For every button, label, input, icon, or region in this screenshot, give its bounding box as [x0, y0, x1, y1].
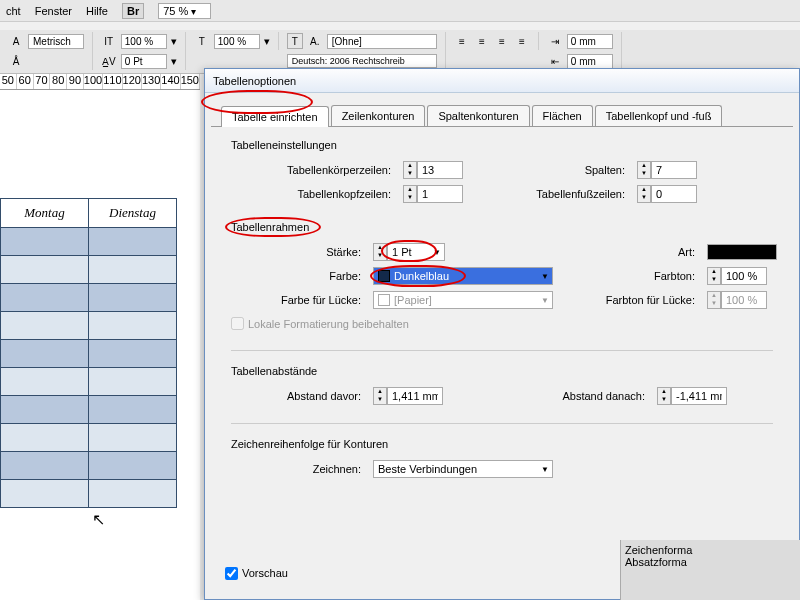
table-header[interactable]: Dienstag [89, 199, 177, 228]
section-title: Tabellenabstände [231, 365, 317, 377]
cols-label: Spalten: [485, 164, 625, 176]
bridge-icon[interactable]: Br [122, 3, 144, 19]
draw-label: Zeichnen: [231, 463, 361, 475]
align-left-icon[interactable]: ≡ [454, 33, 470, 49]
color-swatch [378, 270, 390, 282]
chevron-down-icon: ▼ [433, 248, 441, 257]
foot-rows-input[interactable] [651, 185, 697, 203]
indent-right-icon: ⇤ [547, 53, 563, 69]
vscale-input[interactable]: 100 % [214, 34, 260, 49]
language-select[interactable]: Deutsch: 2006 Rechtschreib [287, 54, 437, 68]
kerning-input[interactable]: 0 Pt [121, 54, 167, 69]
color-select[interactable]: Dunkelblau▼ [373, 267, 553, 285]
space-after-spinner[interactable]: ▲▼ [657, 387, 671, 405]
draw-select[interactable]: Beste Verbindungen▼ [373, 460, 553, 478]
body-rows-label: Tabellenkörperzeilen: [231, 164, 391, 176]
gap-tint-spinner: ▲▼ [707, 291, 721, 309]
section-settings: Tabelleneinstellungen Tabellenkörperzeil… [231, 139, 773, 203]
section-stroke-order: Zeichenreihenfolge für Konturen Zeichnen… [231, 438, 773, 478]
panel-label[interactable]: Absatzforma [625, 556, 796, 568]
section-title: Zeichenreihenfolge für Konturen [231, 438, 388, 450]
tint-input[interactable] [721, 267, 767, 285]
indent-right[interactable]: 0 mm [567, 54, 613, 69]
foot-rows-spinner[interactable]: ▲▼ [637, 185, 651, 203]
align-center-icon[interactable]: ≡ [474, 33, 490, 49]
menu-item[interactable]: cht [6, 5, 21, 17]
tab-fills[interactable]: Flächen [532, 105, 593, 126]
type-icon: A [8, 33, 24, 49]
space-after-input[interactable] [671, 387, 727, 405]
menu-item-help[interactable]: Hilfe [86, 5, 108, 17]
gap-color-select[interactable]: [Papier]▼ [373, 291, 553, 309]
section-border: Tabellenrahmen Stärke: ▲▼1 Pt▼ Art: Farb… [231, 221, 773, 332]
chevron-down-icon: ▼ [541, 272, 549, 281]
zoom-select[interactable]: 75 % ▾ [158, 3, 211, 19]
head-rows-input[interactable] [417, 185, 463, 203]
gap-color-label: Farbe für Lücke: [231, 294, 361, 306]
tab-col-strokes[interactable]: Spaltenkonturen [427, 105, 529, 126]
tint-label: Farbton: [575, 270, 695, 282]
type-label: Art: [575, 246, 695, 258]
weight-select[interactable]: 1 Pt▼ [387, 243, 445, 261]
indent-left[interactable]: 0 mm [567, 34, 613, 49]
char-style-icon: A. [307, 33, 323, 49]
dialog-tabstrip: Tabelle einrichten Zeilenkonturen Spalte… [205, 93, 799, 126]
bold-icon[interactable]: T [287, 33, 303, 49]
weight-spinner[interactable]: ▲▼ [373, 243, 387, 261]
vscale-icon: T [194, 33, 210, 49]
space-before-spinner[interactable]: ▲▼ [373, 387, 387, 405]
tab-row-strokes[interactable]: Zeilenkonturen [331, 105, 426, 126]
kerning-icon: A̲V [101, 53, 117, 69]
preserve-local-checkbox[interactable]: Lokale Formatierung beibehalten [231, 317, 409, 330]
section-title: Tabellenrahmen [231, 221, 309, 233]
head-rows-label: Tabellenkopfzeilen: [231, 188, 391, 200]
char-style-select[interactable]: [Ohne] [327, 34, 437, 49]
section-title: Tabelleneinstellungen [231, 139, 337, 151]
panel-label[interactable]: Zeichenforma [625, 544, 796, 556]
cols-spinner[interactable]: ▲▼ [637, 161, 651, 179]
menu-item-window[interactable]: Fenster [35, 5, 72, 17]
head-rows-spinner[interactable]: ▲▼ [403, 185, 417, 203]
table-header[interactable]: Montag [1, 199, 89, 228]
table-options-dialog: Tabellenoptionen Tabelle einrichten Zeil… [204, 68, 800, 600]
horizontal-ruler: 5060708090100110120130140150 [0, 74, 200, 90]
body-rows-spinner[interactable]: ▲▼ [403, 161, 417, 179]
section-spacing: Tabellenabstände Abstand davor: ▲▼ Absta… [231, 365, 773, 405]
stroke-type-select[interactable] [707, 244, 777, 260]
align-justify-icon[interactable]: ≡ [514, 33, 530, 49]
tint-spinner[interactable]: ▲▼ [707, 267, 721, 285]
gap-tint-input [721, 291, 767, 309]
color-swatch [378, 294, 390, 306]
foot-rows-label: Tabellenfußzeilen: [485, 188, 625, 200]
indent-left-icon: ⇥ [547, 33, 563, 49]
chevron-down-icon: ▼ [541, 296, 549, 305]
align-right-icon[interactable]: ≡ [494, 33, 510, 49]
document-area: MontagDienstag [0, 90, 200, 600]
tab-header-footer[interactable]: Tabellenkopf und -fuß [595, 105, 723, 126]
document-table[interactable]: MontagDienstag [0, 198, 177, 508]
space-before-label: Abstand davor: [231, 390, 361, 402]
body-rows-input[interactable] [417, 161, 463, 179]
gap-tint-label: Farbton für Lücke: [575, 294, 695, 306]
weight-label: Stärke: [231, 246, 361, 258]
space-before-input[interactable] [387, 387, 443, 405]
tab-setup[interactable]: Tabelle einrichten [221, 106, 329, 127]
preview-checkbox[interactable]: Vorschau [225, 567, 288, 580]
side-panel[interactable]: Zeichenforma Absatzforma [620, 540, 800, 600]
dialog-title: Tabellenoptionen [205, 69, 799, 93]
hscale-icon: IT [101, 33, 117, 49]
color-label: Farbe: [231, 270, 361, 282]
chevron-down-icon: ▼ [541, 465, 549, 474]
units-select[interactable]: Metrisch [28, 34, 84, 49]
space-after-label: Abstand danach: [485, 390, 645, 402]
hscale-input[interactable]: 100 % [121, 34, 167, 49]
leading-icon: Å [8, 53, 24, 69]
cols-input[interactable] [651, 161, 697, 179]
main-menubar: cht Fenster Hilfe Br 75 % ▾ Grundlagen ▾… [0, 0, 800, 22]
